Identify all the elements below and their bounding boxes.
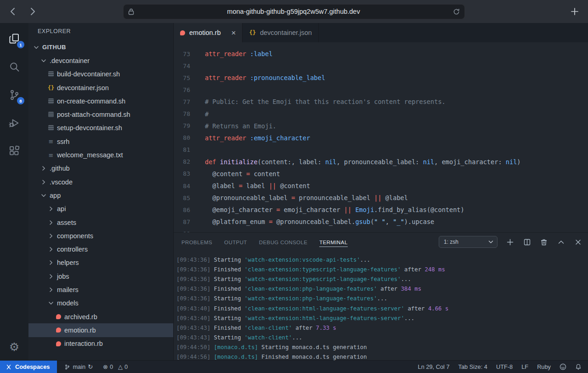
code-line-88[interactable]: 88 xyxy=(174,228,588,232)
tree-item-label: archived.rb xyxy=(64,313,97,321)
tree-item-app[interactable]: app xyxy=(28,189,173,202)
branch-indicator[interactable]: main ↻ xyxy=(64,363,93,370)
search-icon[interactable] xyxy=(3,53,25,81)
activity-bar: 1 8 ⚙ xyxy=(0,23,28,360)
code-line-85[interactable]: 85 @pronounceable_label = pronounceable_… xyxy=(174,192,588,204)
tree-item-post-attach-command-sh[interactable]: post-attach-command.sh xyxy=(28,108,173,121)
split-terminal-icon[interactable] xyxy=(522,237,531,247)
tree-item-ssrh[interactable]: ≡ssrh xyxy=(28,135,173,148)
tree-item-build-devcontainer-sh[interactable]: build-devcontainer.sh xyxy=(28,68,173,81)
tree-item-assets[interactable]: assets xyxy=(28,216,173,229)
tree-item-vscode[interactable]: .vscode xyxy=(28,175,173,189)
code-line-76[interactable]: 76 xyxy=(174,84,588,96)
code-line-82[interactable]: 82def initialize(content:, label: nil, p… xyxy=(174,156,588,168)
code-line-81[interactable]: 81 xyxy=(174,144,588,156)
tree-item-label: api xyxy=(57,205,66,212)
code-editor[interactable]: 73attr_reader :label7475attr_reader :pro… xyxy=(174,42,588,232)
tree-item-mailers[interactable]: mailers xyxy=(28,283,173,296)
new-terminal-icon[interactable] xyxy=(505,237,514,247)
tree-item-jobs[interactable]: jobs xyxy=(28,270,173,283)
chevron-right-icon xyxy=(47,259,55,266)
code-text: @emoji_character = emoji_character || Em… xyxy=(190,206,464,213)
code-line-74[interactable]: 74 xyxy=(174,60,588,72)
code-line-73[interactable]: 73attr_reader :label xyxy=(174,48,588,60)
tree-item-label: emotion.rb xyxy=(64,327,96,334)
tab-output[interactable]: OUTPUT xyxy=(224,237,247,247)
tree-item-api[interactable]: api xyxy=(28,202,173,216)
code-text: # xyxy=(190,110,209,118)
close-panel-icon[interactable] xyxy=(573,237,582,247)
new-tab-icon[interactable] xyxy=(569,6,581,17)
tree-item-on-create-command-sh[interactable]: on-create-command.sh xyxy=(28,94,173,108)
line-number: 76 xyxy=(174,86,190,93)
tree-item-welcome-message-txt[interactable]: ≡welcome_message.txt xyxy=(28,148,173,161)
code-line-77[interactable]: 77# Public: Get the Emoji that this reac… xyxy=(174,96,588,108)
tree-item-models[interactable]: models xyxy=(28,297,173,310)
remote-icon xyxy=(6,364,12,370)
tree-item-interaction-rb[interactable]: interaction.rb xyxy=(28,337,173,350)
close-tab-icon[interactable]: × xyxy=(232,29,236,37)
chevron-down-icon xyxy=(40,57,48,64)
tab-emotion-rb[interactable]: emotion.rb × xyxy=(174,23,243,42)
tab-devcontainer-json[interactable]: {} devcontainer.json xyxy=(243,23,318,42)
codespaces-remote-button[interactable]: Codespaces xyxy=(0,361,57,373)
chevron-down-icon xyxy=(32,44,40,51)
feedback-smiley-icon[interactable] xyxy=(560,363,566,370)
tab-size[interactable]: Tab Size: 4 xyxy=(458,363,487,370)
chevron-right-icon xyxy=(47,286,55,293)
cursor-position[interactable]: Ln 29, Col 7 xyxy=(418,363,450,370)
tree-item-github[interactable]: GITHUB xyxy=(28,40,173,54)
tab-problems[interactable]: PROBLEMS xyxy=(181,237,212,247)
terminal-line: [09:43:43] Starting 'watch-client'... xyxy=(176,333,588,343)
tab-terminal[interactable]: TERMINAL xyxy=(319,237,347,247)
tree-item-label: models xyxy=(57,299,79,307)
tree-item-github[interactable]: .github xyxy=(28,162,173,175)
back-icon[interactable] xyxy=(7,6,17,17)
branch-name: main xyxy=(73,363,85,370)
line-number: 86 xyxy=(174,207,190,213)
url-bar[interactable]: mona-github-github-g59jpq2w5w7.github.de… xyxy=(123,4,465,19)
bottom-panel: PROBLEMS OUTPUT DEBUG CONSOLE TERMINAL 1… xyxy=(174,232,588,360)
line-number: 73 xyxy=(174,51,190,57)
refresh-icon[interactable] xyxy=(453,8,460,15)
problems-indicator[interactable]: ⊗ 0 △ 0 xyxy=(103,363,128,370)
source-control-icon[interactable]: 8 xyxy=(3,81,25,109)
code-line-86[interactable]: 86 @emoji_character = emoji_character ||… xyxy=(174,204,588,216)
chevron-down-icon xyxy=(40,192,48,199)
tree-item-label: .devcontainer xyxy=(50,57,90,64)
kill-terminal-icon[interactable] xyxy=(539,237,548,247)
encoding[interactable]: UTF-8 xyxy=(496,363,513,370)
line-number: 85 xyxy=(174,195,190,201)
tree-item-setup-devcontainer-sh[interactable]: setup-devcontainer.sh xyxy=(28,121,173,135)
terminal-line: [09:43:36] Finished 'clean-extension:typ… xyxy=(176,264,588,274)
run-debug-icon[interactable] xyxy=(3,109,25,137)
extensions-icon[interactable] xyxy=(3,137,25,165)
tree-item-helpers[interactable]: helpers xyxy=(28,256,173,270)
forward-icon[interactable] xyxy=(28,6,38,17)
tree-item-emotion-rb[interactable]: emotion.rb xyxy=(28,323,173,337)
code-line-78[interactable]: 78# xyxy=(174,108,588,120)
settings-gear-icon[interactable]: ⚙ xyxy=(0,340,28,354)
eol-indicator[interactable]: LF xyxy=(521,363,528,370)
tab-debug-console[interactable]: DEBUG CONSOLE xyxy=(259,237,308,247)
code-line-87[interactable]: 87 @platform_enum = @pronounceable_label… xyxy=(174,216,588,228)
code-line-83[interactable]: 83 @content = content xyxy=(174,168,588,180)
tree-item-components[interactable]: components xyxy=(28,229,173,242)
terminal-output[interactable]: [09:43:36] Starting 'watch-extension:vsc… xyxy=(174,251,588,360)
terminal-shell-select[interactable]: 1: zsh xyxy=(439,236,498,248)
code-line-84[interactable]: 84 @label = label || @content xyxy=(174,180,588,192)
tree-item-devcontainer[interactable]: .devcontainer xyxy=(28,54,173,67)
tab-label: emotion.rb xyxy=(189,29,221,36)
notifications-bell-icon[interactable] xyxy=(575,363,582,370)
code-line-79[interactable]: 79# Returns an Emoji. xyxy=(174,120,588,132)
tree-item-devcontainer-json[interactable]: {}devcontainer.json xyxy=(28,81,173,94)
tree-item-archived-rb[interactable]: archived.rb xyxy=(28,310,173,323)
explorer-icon[interactable]: 1 xyxy=(3,25,25,53)
text-file-icon: ≡ xyxy=(47,151,55,159)
language-mode[interactable]: Ruby xyxy=(537,363,551,370)
maximize-panel-icon[interactable] xyxy=(556,237,565,247)
tree-item-controllers[interactable]: controllers xyxy=(28,242,173,256)
code-line-80[interactable]: 80attr_reader :emoji_character xyxy=(174,132,588,144)
code-line-75[interactable]: 75attr_reader :pronounceable_label xyxy=(174,72,588,84)
explorer-badge: 1 xyxy=(17,41,24,48)
